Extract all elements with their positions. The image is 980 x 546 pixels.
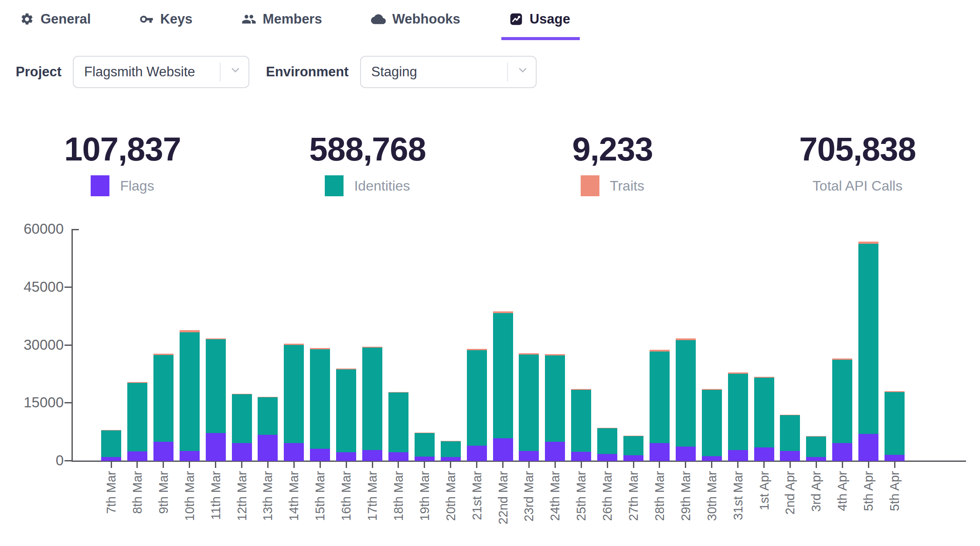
bar-segment-flags[interactable] <box>206 433 226 461</box>
bar-segment-identities[interactable] <box>415 433 435 457</box>
bar-segment-identities[interactable] <box>650 351 670 444</box>
x-tick-mark <box>136 462 138 468</box>
bar-segment-flags[interactable] <box>650 443 670 461</box>
bar-segment-traits[interactable] <box>728 372 748 373</box>
bar-segment-flags[interactable] <box>180 451 200 461</box>
bar-segment-traits[interactable] <box>388 392 408 392</box>
bar-segment-identities[interactable] <box>832 360 852 443</box>
bar-segment-flags[interactable] <box>362 450 382 461</box>
bar-segment-flags[interactable] <box>467 446 487 461</box>
x-tick-label: 19th Mar <box>418 471 431 546</box>
bar-segment-flags[interactable] <box>415 457 435 461</box>
bar-segment-traits[interactable] <box>519 353 539 355</box>
bar-segment-identities[interactable] <box>493 313 513 438</box>
bar-segment-identities[interactable] <box>754 378 774 447</box>
bar-segment-identities[interactable] <box>258 397 278 435</box>
bar-segment-traits[interactable] <box>310 348 330 350</box>
bar-segment-identities[interactable] <box>571 390 591 452</box>
bar-segment-traits[interactable] <box>336 369 356 370</box>
bar-segment-identities[interactable] <box>441 441 461 457</box>
bar-segment-traits[interactable] <box>258 397 278 397</box>
bar-segment-flags[interactable] <box>597 454 617 461</box>
bar-segment-identities[interactable] <box>545 355 565 442</box>
bar-segment-flags[interactable] <box>127 451 147 461</box>
bar-segment-flags[interactable] <box>336 452 356 461</box>
bar-segment-flags[interactable] <box>832 443 852 461</box>
bar-segment-traits[interactable] <box>885 391 905 392</box>
bar-segment-flags[interactable] <box>780 451 800 461</box>
bar-segment-identities[interactable] <box>676 340 696 447</box>
bar-segment-flags[interactable] <box>284 443 304 461</box>
bar-segment-flags[interactable] <box>232 443 252 461</box>
x-tick-label: 31st Mar <box>732 471 745 546</box>
bar-segment-traits[interactable] <box>545 354 565 355</box>
bar-segment-traits[interactable] <box>832 358 852 360</box>
bar-segment-traits[interactable] <box>858 242 878 244</box>
bar-segment-traits[interactable] <box>284 344 304 345</box>
bar-segment-identities[interactable] <box>780 415 800 451</box>
bar-segment-identities[interactable] <box>284 345 304 443</box>
bar-segment-identities[interactable] <box>597 428 617 454</box>
bar-segment-identities[interactable] <box>232 394 252 443</box>
x-tick-mark <box>842 462 843 468</box>
bar-segment-identities[interactable] <box>728 374 748 450</box>
bar-segment-flags[interactable] <box>519 451 539 461</box>
bar-segment-identities[interactable] <box>885 392 905 455</box>
bar-segment-flags[interactable] <box>310 449 330 461</box>
y-tick-label: 60000 <box>0 221 64 237</box>
x-tick-label: 17th Mar <box>366 471 379 546</box>
bar-segment-identities[interactable] <box>858 244 878 434</box>
bar-segment-flags[interactable] <box>754 447 774 461</box>
bar-segment-flags[interactable] <box>676 447 696 461</box>
bar-segment-traits[interactable] <box>493 311 513 313</box>
bar-segment-identities[interactable] <box>101 430 121 457</box>
bar-segment-flags[interactable] <box>728 450 748 461</box>
bar-segment-traits[interactable] <box>180 330 200 332</box>
bar-segment-flags[interactable] <box>388 452 408 461</box>
bar-segment-identities[interactable] <box>206 339 226 433</box>
bar-segment-traits[interactable] <box>754 377 774 378</box>
bar-segment-flags[interactable] <box>258 435 278 461</box>
bar-segment-identities[interactable] <box>180 332 200 451</box>
bar-segment-identities[interactable] <box>153 355 174 442</box>
bar-segment-flags[interactable] <box>153 442 174 461</box>
x-tick-mark <box>398 462 399 468</box>
bar-segment-traits[interactable] <box>101 430 121 430</box>
bar-segment-flags[interactable] <box>702 456 722 461</box>
bar-segment-flags[interactable] <box>493 438 513 461</box>
bar-segment-traits[interactable] <box>206 338 226 340</box>
bar-segment-traits[interactable] <box>676 338 696 340</box>
bar-segment-flags[interactable] <box>885 455 905 461</box>
x-tick-mark <box>372 462 373 468</box>
bar-segment-flags[interactable] <box>858 434 878 461</box>
bar-segment-identities[interactable] <box>806 437 826 457</box>
x-tick-mark <box>267 462 269 468</box>
bar-segment-identities[interactable] <box>336 369 356 452</box>
bar-segment-flags[interactable] <box>571 452 591 461</box>
bar-segment-identities[interactable] <box>702 390 722 457</box>
bar-segment-flags[interactable] <box>623 455 643 461</box>
bar-segment-identities[interactable] <box>467 350 487 446</box>
x-tick-mark <box>581 462 582 468</box>
bar-segment-flags[interactable] <box>441 457 461 461</box>
bar-segment-identities[interactable] <box>388 392 408 452</box>
bar-segment-flags[interactable] <box>101 457 121 461</box>
bar-segment-identities[interactable] <box>519 355 539 451</box>
bar-segment-traits[interactable] <box>650 350 670 351</box>
y-tick-mark <box>65 460 71 461</box>
bar-segment-traits[interactable] <box>127 382 147 383</box>
y-tick-label: 0 <box>0 452 64 469</box>
bar-segment-flags[interactable] <box>806 457 826 461</box>
bar-segment-identities[interactable] <box>623 436 643 455</box>
bar-segment-traits[interactable] <box>780 415 800 415</box>
bar-segment-identities[interactable] <box>127 383 147 451</box>
bar-segment-traits[interactable] <box>153 354 174 355</box>
bar-segment-flags[interactable] <box>545 442 565 461</box>
bar-segment-traits[interactable] <box>467 349 487 350</box>
bar-segment-identities[interactable] <box>310 349 330 448</box>
bar-segment-traits[interactable] <box>232 394 252 394</box>
bar-segment-identities[interactable] <box>362 348 382 450</box>
bar-segment-traits[interactable] <box>362 347 382 348</box>
bar-segment-traits[interactable] <box>702 389 722 389</box>
bar-segment-traits[interactable] <box>571 389 591 390</box>
